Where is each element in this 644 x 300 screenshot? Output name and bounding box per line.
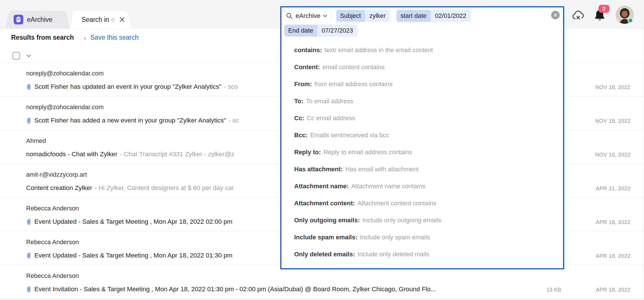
- email-sender: Rebecca Anderson: [26, 272, 79, 280]
- select-all-checkbox[interactable]: [12, 52, 20, 60]
- suggestion-desc: Has email with attachment: [345, 166, 419, 173]
- chip-value: 07/27/2023: [317, 25, 357, 37]
- paperclip-icon: [26, 117, 32, 124]
- title-separator-dot: [84, 37, 86, 40]
- suggestion-has-attachment[interactable]: Has attachment: Has email with attachmen…: [294, 161, 563, 178]
- paperclip-icon: [26, 218, 32, 226]
- email-subject: Scott Fisher has added a new event in yo…: [34, 117, 226, 124]
- suggestion-cc[interactable]: Cc: Cc email address: [294, 110, 563, 127]
- tab-earchive[interactable]: eArchive: [11, 10, 64, 29]
- suggestion-key: Attachment content:: [294, 200, 355, 207]
- suggestion-bcc[interactable]: Bcc: Emails sent/received via bcc: [294, 127, 563, 144]
- filter-chip-start-date[interactable]: start date 02/01/2022: [396, 10, 471, 22]
- suggestion-only-outgoing[interactable]: Only outgoing emails: Include only outgo…: [294, 212, 563, 229]
- suggestion-attachment-content[interactable]: Attachment content: Attachment content c…: [294, 195, 563, 212]
- tab-search-label: Search in: [81, 16, 109, 24]
- suggestion-to[interactable]: To: To email address: [294, 93, 563, 110]
- tab-search-results[interactable]: Search in e: [76, 10, 126, 29]
- suggestion-key: To:: [294, 98, 304, 105]
- email-date: NOV 18, 2022: [595, 84, 630, 90]
- suggestion-key: Content:: [294, 64, 320, 71]
- advanced-search-panel: eArchive Subject zylker start date 02/01…: [280, 6, 564, 269]
- chip-label: start date: [396, 10, 430, 22]
- email-date: APR 18, 2022: [596, 287, 630, 293]
- select-options-chevron-icon[interactable]: [26, 54, 31, 58]
- next-row-peek: [0, 299, 644, 300]
- suggestion-key: Only deleted emails:: [294, 251, 355, 258]
- email-sender: Rebecca Anderson: [26, 238, 79, 246]
- suggestion-desc: Attachment name contains: [351, 183, 425, 190]
- email-subject: Event Invitation - Sales & Target Meetin…: [34, 286, 436, 293]
- search-icon: [286, 12, 293, 19]
- close-icon: [553, 13, 557, 17]
- email-subject: Scott Fisher has updated an event in you…: [34, 83, 221, 90]
- email-subject: Event Updated - Sales & Target Meeting ,…: [34, 252, 233, 259]
- tab-close-icon[interactable]: [119, 16, 125, 23]
- suggestion-desc: Emails sent/received via bcc: [310, 132, 389, 139]
- suggestion-include-spam[interactable]: Include spam emails: Include only spam e…: [294, 229, 563, 246]
- email-snippet: - Chat Transcript #331 Zylker - zylker@z: [120, 151, 234, 158]
- search-panel-close-button[interactable]: [551, 11, 560, 19]
- email-date: NOV 18, 2022: [595, 118, 630, 124]
- suggestion-reply-to[interactable]: Reply to: Reply to email address contain…: [294, 144, 563, 161]
- suggestion-attachment-name[interactable]: Attachment name: Attachment name contain…: [294, 178, 563, 195]
- search-criteria-suggestions: contains: text/ email address in the ema…: [281, 42, 563, 263]
- email-sender: noreply@zohocalendar.com: [26, 103, 104, 111]
- email-size: 13 KB: [546, 287, 561, 293]
- filter-chip-end-date[interactable]: End date 07/27/2023: [284, 25, 357, 37]
- suggestion-desc: To email address: [306, 98, 353, 105]
- save-search-link[interactable]: Save this search: [90, 34, 139, 41]
- cloud-offline-icon[interactable]: [572, 9, 585, 22]
- suggestion-key: Reply to:: [294, 149, 321, 156]
- tab-earchive-label: eArchive: [27, 16, 52, 24]
- email-snippet: - sco: [224, 83, 238, 90]
- email-snippet: - Hi Zylker, Content designers at $ 60 p…: [95, 184, 234, 192]
- email-subject: nomadicfoods - Chat with Zylker: [26, 151, 117, 158]
- suggestion-key: Include spam emails:: [294, 234, 357, 241]
- suggestion-desc: Attachment content contains: [357, 200, 436, 207]
- chip-value: 02/01/2022: [430, 10, 471, 22]
- chip-label: Subject: [336, 10, 365, 22]
- suggestion-desc: Cc email address: [307, 115, 355, 122]
- list-right-edge: [643, 29, 643, 300]
- page-title: Results from search: [11, 34, 74, 41]
- suggestion-desc: email content contains: [322, 64, 384, 71]
- filter-chip-subject[interactable]: Subject zylker: [336, 10, 390, 22]
- paperclip-icon: [26, 286, 32, 293]
- email-sender: amit-r@vidzzycorp.art: [26, 171, 87, 178]
- email-date: APR 21, 2022: [596, 185, 630, 192]
- email-date: APR 18, 2022: [596, 219, 630, 225]
- suggestion-desc: text/ email address in the email content: [325, 47, 433, 54]
- suggestion-desc: Include only deleted mails: [357, 251, 429, 258]
- chevron-down-icon[interactable]: [323, 14, 327, 18]
- email-subject: Event Updated - Sales & Target Meeting ,…: [34, 218, 233, 225]
- suggestion-key: From:: [294, 81, 312, 88]
- email-date: APR 18, 2022: [596, 253, 630, 259]
- search-input-area[interactable]: eArchive Subject zylker start date 02/01…: [281, 7, 563, 37]
- email-sender: Rebecca Anderson: [26, 205, 79, 212]
- suggestion-desc: from email address contains: [314, 81, 392, 88]
- suggestion-key: Cc:: [294, 115, 304, 122]
- email-row-7[interactable]: Rebecca Anderson Event Invitation - Sale…: [0, 265, 644, 299]
- suggestion-desc: Include only outgoing emails: [362, 217, 441, 224]
- chip-value: zylker: [365, 10, 390, 22]
- earchive-app-icon: [14, 15, 23, 24]
- suggestion-key: Attachment name:: [294, 183, 349, 190]
- online-status-dot: [628, 18, 633, 23]
- tab-search-truncated-char: e: [111, 16, 115, 24]
- suggestion-contains[interactable]: contains: text/ email address in the ema…: [294, 42, 563, 59]
- suggestion-desc: Include only spam emails: [360, 234, 430, 241]
- scope-divider: [331, 12, 332, 20]
- suggestion-key: Only outgoing emails:: [294, 217, 360, 224]
- email-subject: Content creation Zylker: [26, 184, 92, 192]
- chip-label: End date: [284, 25, 317, 37]
- suggestion-key: Bcc:: [294, 132, 308, 139]
- suggestion-only-deleted[interactable]: Only deleted emails: Include only delete…: [294, 246, 563, 263]
- notification-badge[interactable]: 2: [599, 5, 609, 13]
- suggestion-content[interactable]: Content: email content contains: [294, 59, 563, 76]
- suggestion-key: Has attachment:: [294, 166, 343, 173]
- paperclip-icon: [26, 252, 32, 259]
- search-scope-selector[interactable]: eArchive: [296, 12, 321, 20]
- email-snippet: - sc: [229, 117, 239, 124]
- suggestion-from[interactable]: From: from email address contains: [294, 76, 563, 93]
